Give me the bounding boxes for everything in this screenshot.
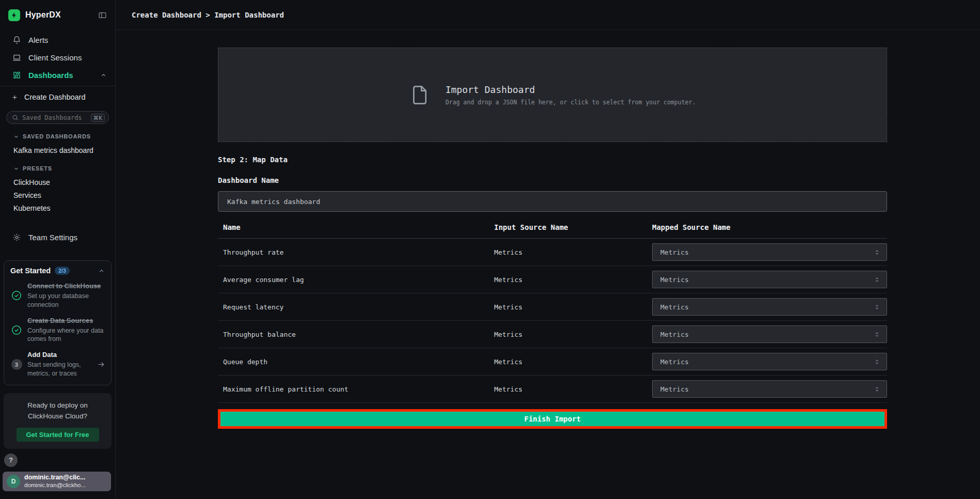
bell-icon: [12, 36, 21, 44]
get-started-header[interactable]: Get Started 2/3: [10, 267, 105, 275]
keyboard-shortcut-badge: ⌘K: [91, 114, 105, 122]
deploy-text-line2: ClickHouse Cloud?: [10, 411, 105, 422]
main-panel: Create Dashboard > Import Dashboard Impo…: [116, 0, 980, 499]
team-settings-label: Team Settings: [28, 233, 77, 242]
chart-name: Throughput rate: [218, 248, 494, 256]
column-header-name: Name: [218, 223, 494, 231]
chart-name: Throughput balance: [218, 331, 494, 338]
preset-item-kubernetes[interactable]: Kubernetes: [0, 202, 115, 214]
dashboard-name-label: Dashboard Name: [218, 176, 887, 184]
selected-value: Metrics: [660, 385, 689, 393]
laptop-icon: [12, 53, 21, 62]
column-header-mapped-source: Mapped Source Name: [652, 223, 887, 231]
create-dashboard-button[interactable]: Create Dashboard: [0, 88, 115, 106]
check-circle-icon: [11, 324, 22, 336]
step-title: Connect to ClickHouse: [27, 282, 105, 291]
preset-item-services[interactable]: Services: [0, 189, 115, 201]
mapped-source-select[interactable]: Metrics: [652, 243, 887, 261]
table-row: Throughput rate Metrics Metrics: [218, 239, 887, 266]
sidebar-item-label: Client Sessions: [28, 53, 82, 62]
mapped-source-select[interactable]: Metrics: [652, 271, 887, 288]
table-row: Average consumer lag Metrics Metrics: [218, 266, 887, 293]
sidebar-divider: [0, 86, 115, 86]
arrow-right-icon: [97, 361, 105, 368]
section-saved-dashboards[interactable]: SAVED DASHBOARDS: [0, 132, 115, 141]
search-icon: [12, 114, 19, 121]
mapped-source-select[interactable]: Metrics: [652, 380, 887, 398]
input-source-name: Metrics: [494, 331, 652, 338]
search-input[interactable]: [22, 114, 91, 121]
select-chevrons-icon: [874, 304, 880, 310]
table-row: Throughput balance Metrics Metrics: [218, 321, 887, 348]
chart-name: Maximum offline partition count: [218, 385, 494, 393]
json-dropzone[interactable]: Import Dashboard Drag and drop a JSON fi…: [218, 48, 887, 142]
finish-import-button[interactable]: Finish Import: [220, 412, 884, 426]
sidebar-item-client-sessions[interactable]: Client Sessions: [0, 49, 115, 66]
clickhouse-cloud-card: Ready to deploy on ClickHouse Cloud? Get…: [4, 393, 112, 449]
user-name: dominic.tran@clic...: [24, 474, 86, 482]
selected-value: Metrics: [660, 276, 689, 284]
dashboard-name-input[interactable]: [218, 191, 887, 212]
create-dashboard-label: Create Dashboard: [24, 93, 86, 101]
input-source-name: Metrics: [494, 358, 652, 366]
dropzone-title: Import Dashboard: [446, 84, 696, 95]
select-chevrons-icon: [874, 331, 880, 338]
table-row: Maximum offline partition count Metrics …: [218, 376, 887, 403]
mapped-source-select[interactable]: Metrics: [652, 353, 887, 370]
selected-value: Metrics: [660, 331, 689, 338]
check-circle-icon: [11, 290, 22, 301]
top-bar: Create Dashboard > Import Dashboard: [116, 0, 980, 30]
sidebar: HyperDX Alerts Client Sessions Dashboard…: [0, 0, 116, 499]
get-started-free-button[interactable]: Get Started for Free: [17, 428, 99, 442]
section-title: PRESETS: [23, 165, 52, 171]
select-chevrons-icon: [874, 249, 880, 256]
chart-name: Average consumer lag: [218, 276, 494, 284]
saved-dashboards-search[interactable]: ⌘K: [6, 111, 109, 124]
sidebar-collapse-icon[interactable]: [98, 11, 107, 20]
deploy-text-line1: Ready to deploy on: [10, 400, 105, 411]
chart-name: Queue depth: [218, 358, 494, 366]
sidebar-item-label: Alerts: [28, 36, 48, 44]
chevron-up-icon: [100, 72, 107, 79]
chevron-down-icon: [13, 166, 19, 171]
section-presets[interactable]: PRESETS: [0, 164, 115, 173]
dashboards-grid-icon: [12, 71, 21, 80]
chevron-down-icon: [13, 134, 19, 139]
user-menu[interactable]: D dominic.tran@clic... dominic.tran@clic…: [3, 472, 111, 491]
sidebar-item-team-settings[interactable]: Team Settings: [0, 228, 115, 246]
gear-icon: [12, 233, 21, 242]
annotation-highlight: Finish Import: [218, 409, 887, 429]
avatar: D: [7, 475, 20, 488]
get-started-title: Get Started: [10, 267, 51, 275]
mapped-source-select[interactable]: Metrics: [652, 325, 887, 343]
select-chevrons-icon: [874, 386, 880, 393]
chart-name: Request latency: [218, 303, 494, 311]
breadcrumb[interactable]: Create Dashboard > Import Dashboard: [132, 11, 284, 19]
step-desc: Start sending logs, metrics, or traces: [27, 361, 92, 378]
preset-item-clickhouse[interactable]: ClickHouse: [0, 176, 115, 188]
step-title: Create Data Sources: [27, 317, 105, 325]
table-row: Request latency Metrics Metrics: [218, 293, 887, 321]
dropzone-subtitle: Drag and drop a JSON file here, or click…: [446, 99, 696, 106]
sidebar-item-alerts[interactable]: Alerts: [0, 31, 115, 49]
import-dashboard-content: Import Dashboard Drag and drop a JSON fi…: [218, 48, 887, 429]
input-source-name: Metrics: [494, 385, 652, 393]
step-desc: Configure where your data comes from: [27, 326, 105, 344]
table-header-row: Name Input Source Name Mapped Source Nam…: [218, 223, 887, 239]
app-title: HyperDX: [25, 10, 61, 20]
selected-value: Metrics: [660, 248, 689, 256]
input-source-name: Metrics: [494, 303, 652, 311]
hyperdx-logo-icon: [8, 9, 20, 21]
column-header-input-source: Input Source Name: [494, 223, 652, 231]
step-number-badge: 3: [11, 359, 22, 370]
sidebar-item-label: Dashboards: [28, 71, 73, 80]
help-button[interactable]: ?: [4, 454, 18, 467]
onboarding-step-connect[interactable]: Connect to ClickHouse Set up your databa…: [10, 282, 105, 309]
plus-icon: [11, 94, 18, 101]
mapped-source-select[interactable]: Metrics: [652, 298, 887, 316]
onboarding-step-add-data[interactable]: 3 Add Data Start sending logs, metrics, …: [10, 351, 105, 378]
source-mapping-table: Name Input Source Name Mapped Source Nam…: [218, 223, 887, 403]
sidebar-item-dashboards[interactable]: Dashboards: [0, 66, 115, 84]
onboarding-step-sources[interactable]: Create Data Sources Configure where your…: [10, 317, 105, 344]
saved-dashboard-item[interactable]: Kafka metrics dashboard: [0, 144, 115, 156]
